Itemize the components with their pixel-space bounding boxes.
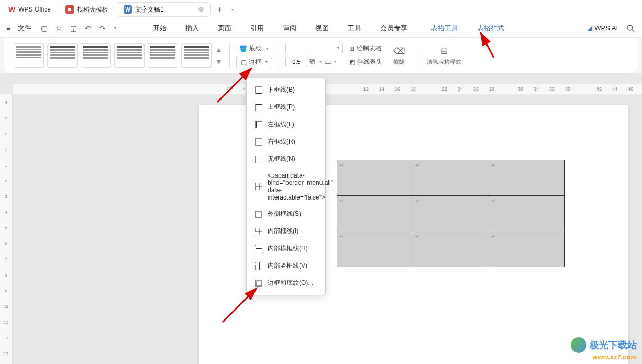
wps-ai-button[interactable]: ◢ WPS AI (587, 24, 618, 32)
clear-style-button[interactable]: ⊟ 清除表格样式 (423, 43, 466, 67)
border-dialog-icon (255, 280, 262, 287)
table-style-5[interactable] (148, 43, 178, 68)
menu-table-tools[interactable]: 表格工具 (424, 24, 466, 33)
wps-logo-icon: W (8, 5, 15, 14)
tab-label: 文字文稿1 (135, 5, 164, 14)
table-cell[interactable]: ↵ (489, 196, 565, 231)
table-style-3[interactable] (81, 43, 111, 68)
menu-tools[interactable]: 工具 (340, 24, 369, 33)
menu-reference[interactable]: 引用 (243, 24, 271, 33)
svg-point-0 (627, 25, 633, 30)
menu-insert[interactable]: 插入 (178, 24, 206, 33)
svg-line-1 (632, 30, 634, 32)
border-none-item[interactable]: 无框线(N) (247, 150, 325, 168)
ribbon-separator (279, 43, 279, 68)
width-dropdown-icon[interactable]: ▾ (319, 59, 322, 64)
border-inside-icon (255, 228, 262, 235)
ribbon: ▴▾ 🪣 底纹 ▾ ▢ 边框 ▾ ▾ 磅 ▾ ▭▾ ⊞ 绘制表格 ◩ 斜线表头 (4, 38, 638, 73)
style-gallery-nav[interactable]: ▴▾ (215, 43, 223, 68)
pen-color-button[interactable]: ▭▾ (324, 56, 336, 68)
new-tab-button[interactable]: + (213, 2, 227, 17)
border-top-icon (255, 104, 262, 111)
table-style-2[interactable] (47, 43, 78, 68)
undo-icon[interactable]: ↶ (83, 23, 93, 34)
clear-style-label: 清除表格样式 (427, 58, 461, 66)
qat-dropdown-icon[interactable]: ▾ (114, 26, 116, 30)
menu-page[interactable]: 页面 (211, 24, 239, 33)
border-top-item[interactable]: 上框线(P) (247, 98, 325, 116)
border-all-item[interactable]: <ػspan data-bind="border_menu.all" data-… (247, 168, 325, 205)
tab-label: WPS Office (18, 6, 51, 13)
svg-rect-12 (257, 281, 262, 286)
diagonal-label: 斜线表头 (357, 58, 382, 67)
menu-review[interactable]: 审阅 (275, 24, 304, 33)
table-cell[interactable]: ↵ (413, 231, 489, 267)
eraser-button[interactable]: ⌫ 擦除 (389, 43, 409, 67)
border-label: 边框 (249, 58, 261, 67)
horizontal-ruler[interactable]: 6 4 2 12 14 16 18 22 24 26 28 32 34 36 3… (13, 84, 642, 94)
search-icon[interactable] (625, 23, 636, 34)
redo-icon[interactable]: ↷ (97, 23, 108, 34)
table-style-4[interactable] (114, 43, 145, 68)
border-inside-item[interactable]: 内部框线(I) (247, 223, 325, 240)
shading-label: 底纹 (249, 44, 262, 53)
file-menu[interactable]: 文件 (15, 24, 35, 33)
ai-icon: ◢ (587, 24, 592, 32)
eraser-label: 擦除 (393, 58, 405, 66)
tab-template[interactable]: 找稻壳模板 (59, 2, 115, 17)
preview-icon[interactable]: ◲ (68, 23, 79, 34)
border-outside-item[interactable]: 外侧框线(S) (247, 205, 325, 223)
menu-view[interactable]: 视图 (308, 24, 336, 33)
table-cell[interactable]: ↵ (337, 231, 413, 267)
width-unit: 磅 (309, 58, 315, 65)
tab-document[interactable]: W 文字文稿1 (117, 2, 211, 17)
hamburger-icon[interactable]: ≡ (6, 24, 10, 32)
border-inside-v-icon (255, 262, 262, 270)
close-tab-icon[interactable] (198, 7, 204, 12)
border-inside-h-item[interactable]: 内部横框线(H) (247, 240, 325, 257)
border-button[interactable]: ▢ 边框 ▾ (236, 57, 272, 68)
vertical-ruler[interactable]: 4 3 2 1 1 2 3 4 5 6 7 8 9 10 11 12 13 (0, 94, 13, 364)
border-inside-v-item[interactable]: 内部竖框线(V) (247, 257, 325, 274)
clear-style-icon: ⊟ (438, 45, 450, 57)
border-bottom-icon (255, 86, 262, 94)
watermark: 极光下载站 www.xz7.com (571, 337, 637, 361)
menu-table-style[interactable]: 表格样式 (470, 24, 512, 33)
watermark-url: www.xz7.com (571, 353, 637, 361)
table-style-6[interactable] (181, 43, 212, 68)
border-left-item[interactable]: 左框线(L) (247, 116, 325, 133)
eraser-icon: ⌫ (393, 45, 405, 57)
shading-button[interactable]: 🪣 底纹 ▾ (236, 43, 272, 54)
table-cell[interactable]: ↵ (489, 231, 565, 267)
word-doc-icon: W (124, 5, 132, 14)
table-style-1[interactable] (14, 43, 44, 68)
table-cell[interactable]: ↵ (337, 160, 413, 196)
tab-wps-home[interactable]: W WPS Office (2, 2, 57, 17)
border-dialog-item[interactable]: 边框和底纹(O)... (247, 274, 325, 292)
table-cell[interactable]: ↵ (489, 160, 565, 196)
menu-start[interactable]: 开始 (146, 24, 174, 33)
table-cell[interactable]: ↵ (337, 196, 413, 231)
tabs-dropdown-icon[interactable]: ▾ (231, 7, 234, 12)
border-outside-icon (255, 211, 262, 218)
save-icon[interactable]: ▢ (39, 23, 49, 34)
diagonal-header-button[interactable]: ◩ 斜线表头 (346, 57, 385, 68)
menu-separator (419, 24, 419, 33)
diagonal-icon: ◩ (349, 59, 355, 66)
border-bottom-item[interactable]: 下框线(B) (247, 81, 325, 98)
table-cell[interactable]: ↵ (413, 196, 489, 231)
menu-member[interactable]: 会员专享 (373, 24, 415, 33)
table-cell[interactable]: ↵ (413, 160, 489, 196)
border-width-input[interactable] (285, 57, 307, 67)
border-right-item[interactable]: 右框线(R) (247, 133, 325, 150)
draw-table-button[interactable]: ⊞ 绘制表格 (346, 43, 385, 54)
menubar: ≡ 文件 ▢ ⎙ ◲ ↶ ↷ ▾ 开始 插入 页面 引用 审阅 视图 工具 会员… (0, 19, 642, 38)
line-style-selector[interactable]: ▾ (285, 43, 343, 53)
ribbon-separator (416, 43, 416, 68)
titlebar: W WPS Office 找稻壳模板 W 文字文稿1 + ▾ (0, 0, 642, 19)
document-table[interactable]: ↵↵↵ ↵↵↵ ↵↵↵ (337, 160, 565, 267)
watermark-site: 极光下载站 (590, 339, 637, 351)
border-icon: ▢ (241, 59, 247, 66)
border-all-icon (255, 183, 262, 190)
print-icon[interactable]: ⎙ (53, 23, 64, 34)
